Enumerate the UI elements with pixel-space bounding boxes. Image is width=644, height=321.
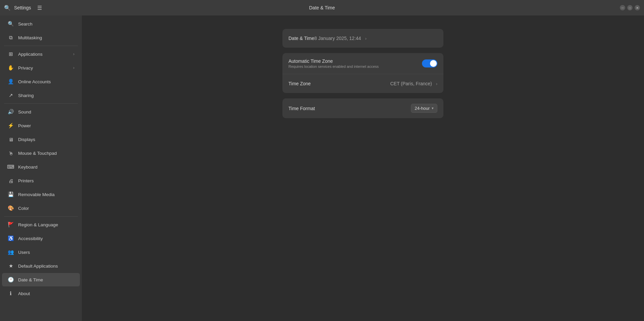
sidebar-item-label: Sound — [18, 109, 74, 114]
sidebar-item-online-accounts[interactable]: 👤Online Accounts — [2, 75, 80, 88]
auto-timezone-row[interactable]: Automatic Time Zone Requires location se… — [282, 53, 443, 74]
sound-icon: 🔊 — [7, 108, 14, 115]
sidebar-item-label: Displays — [18, 137, 74, 142]
keyboard-icon: ⌨ — [7, 164, 14, 170]
settings-group-datetime: Date & Time 8 January 2025, 12:44 › — [282, 29, 443, 48]
time-format-row: Time Format 24-hour ▾ — [282, 98, 443, 118]
removable-media-icon: 💾 — [7, 191, 14, 198]
sidebar-item-label: Search — [18, 21, 74, 27]
auto-timezone-toggle[interactable] — [422, 59, 437, 67]
sidebar-item-label: Accessibility — [18, 236, 74, 241]
accessibility-icon: ♿ — [7, 235, 14, 242]
auto-timezone-text: Automatic Time Zone Requires location se… — [288, 58, 422, 68]
date-time-label: Date & Time — [288, 36, 314, 41]
titlebar: 🔍 Settings ☰ Date & Time ─ □ ✕ — [0, 0, 644, 15]
timezone-row[interactable]: Time Zone CET (Paris, France) › — [282, 74, 443, 93]
applications-icon: ⊞ — [7, 51, 14, 57]
privacy-icon: ✋ — [7, 64, 14, 71]
sidebar-item-label: Default Applications — [18, 264, 74, 269]
users-icon: 👥 — [7, 249, 14, 256]
restore-button[interactable]: □ — [627, 5, 633, 10]
sidebar-divider — [4, 103, 78, 104]
sidebar-item-removable-media[interactable]: 💾Removable Media — [2, 188, 80, 201]
chevron-right-icon: › — [73, 65, 74, 70]
date-time-icon: 🕐 — [7, 276, 14, 283]
search-icon: 🔍 — [4, 4, 11, 11]
sidebar-item-printers[interactable]: 🖨Printers — [2, 174, 80, 187]
sidebar-item-privacy[interactable]: ✋Privacy› — [2, 61, 80, 75]
default-applications-icon: ★ — [7, 263, 14, 269]
timezone-value: CET (Paris, France) › — [390, 81, 437, 86]
sidebar-item-accessibility[interactable]: ♿Accessibility — [2, 232, 80, 245]
menu-icon[interactable]: ☰ — [37, 5, 42, 11]
mouse-touchpad-icon: 🖱 — [7, 150, 14, 156]
power-icon: ⚡ — [7, 122, 14, 129]
sidebar-item-color[interactable]: 🎨Color — [2, 201, 80, 215]
sidebar-item-label: Region & Language — [18, 222, 74, 227]
sidebar-item-search[interactable]: 🔍Search — [2, 17, 80, 31]
titlebar-left: 🔍 Settings ☰ — [4, 4, 42, 11]
online-accounts-icon: 👤 — [7, 78, 14, 85]
sidebar-item-label: Power — [18, 123, 74, 128]
displays-icon: 🖥 — [7, 136, 14, 143]
sidebar-item-label: Removable Media — [18, 192, 74, 197]
about-icon: ℹ — [7, 290, 14, 297]
sidebar-item-about[interactable]: ℹAbout — [2, 287, 80, 300]
color-icon: 🎨 — [7, 205, 14, 212]
sidebar-item-sharing[interactable]: ↗Sharing — [2, 89, 80, 102]
sidebar-item-date-time[interactable]: 🕐Date & Time — [2, 273, 80, 286]
settings-group-timezone: Automatic Time Zone Requires location se… — [282, 53, 443, 93]
main-layout: 🔍Search⧉Multitasking⊞Applications›✋Priva… — [0, 15, 644, 321]
time-format-value: 24-hour ▾ — [411, 104, 437, 113]
sidebar-item-label: Printers — [18, 178, 74, 183]
sidebar-divider — [4, 216, 78, 217]
sidebar-item-sound[interactable]: 🔊Sound — [2, 105, 80, 119]
content-area: Date & Time 8 January 2025, 12:44 › Auto… — [82, 15, 644, 321]
sidebar-item-keyboard[interactable]: ⌨Keyboard — [2, 160, 80, 174]
sidebar-item-users[interactable]: 👥Users — [2, 245, 80, 259]
region-language-icon: 🚩 — [7, 221, 14, 228]
sidebar-item-label: Online Accounts — [18, 79, 74, 84]
window-controls: ─ □ ✕ — [620, 5, 640, 10]
date-time-value: 8 January 2025, 12:44 › — [314, 36, 367, 41]
app-title: Settings — [14, 5, 31, 10]
sidebar-divider — [4, 46, 78, 46]
sidebar-item-displays[interactable]: 🖥Displays — [2, 133, 80, 146]
multitasking-icon: ⧉ — [7, 34, 14, 41]
date-time-row[interactable]: Date & Time 8 January 2025, 12:44 › — [282, 29, 443, 48]
sidebar-item-applications[interactable]: ⊞Applications› — [2, 47, 80, 61]
dropdown-arrow-icon: ▾ — [432, 106, 434, 110]
sidebar-item-label: Mouse & Touchpad — [18, 151, 74, 156]
sidebar-item-label: Users — [18, 250, 74, 255]
time-format-dropdown[interactable]: 24-hour ▾ — [411, 104, 437, 113]
chevron-right-icon: › — [365, 36, 366, 41]
toggle-thumb — [430, 60, 437, 67]
chevron-right-icon: › — [436, 81, 437, 86]
sidebar-item-multitasking[interactable]: ⧉Multitasking — [2, 31, 80, 44]
minimize-button[interactable]: ─ — [620, 5, 625, 10]
sidebar-item-label: About — [18, 291, 74, 296]
sidebar-item-label: Multitasking — [18, 35, 74, 40]
printers-icon: 🖨 — [7, 177, 14, 184]
sidebar-item-label: Sharing — [18, 93, 74, 98]
sidebar-item-label: Color — [18, 206, 74, 211]
sharing-icon: ↗ — [7, 92, 14, 99]
sidebar-item-default-applications[interactable]: ★Default Applications — [2, 259, 80, 273]
content-inner: Date & Time 8 January 2025, 12:44 › Auto… — [282, 29, 443, 124]
settings-group-format: Time Format 24-hour ▾ — [282, 98, 443, 118]
search-icon: 🔍 — [7, 20, 14, 27]
sidebar-item-label: Keyboard — [18, 165, 74, 170]
sidebar-item-region-language[interactable]: 🚩Region & Language — [2, 218, 80, 231]
sidebar-item-power[interactable]: ⚡Power — [2, 119, 80, 132]
chevron-right-icon: › — [73, 52, 74, 56]
page-title: Date & Time — [309, 5, 335, 10]
sidebar-item-mouse-touchpad[interactable]: 🖱Mouse & Touchpad — [2, 146, 80, 160]
sidebar-item-label: Privacy — [18, 65, 69, 71]
close-button[interactable]: ✕ — [635, 5, 640, 10]
sidebar-item-label: Applications — [18, 52, 69, 57]
sidebar: 🔍Search⧉Multitasking⊞Applications›✋Priva… — [0, 15, 82, 321]
sidebar-item-label: Date & Time — [18, 277, 74, 282]
